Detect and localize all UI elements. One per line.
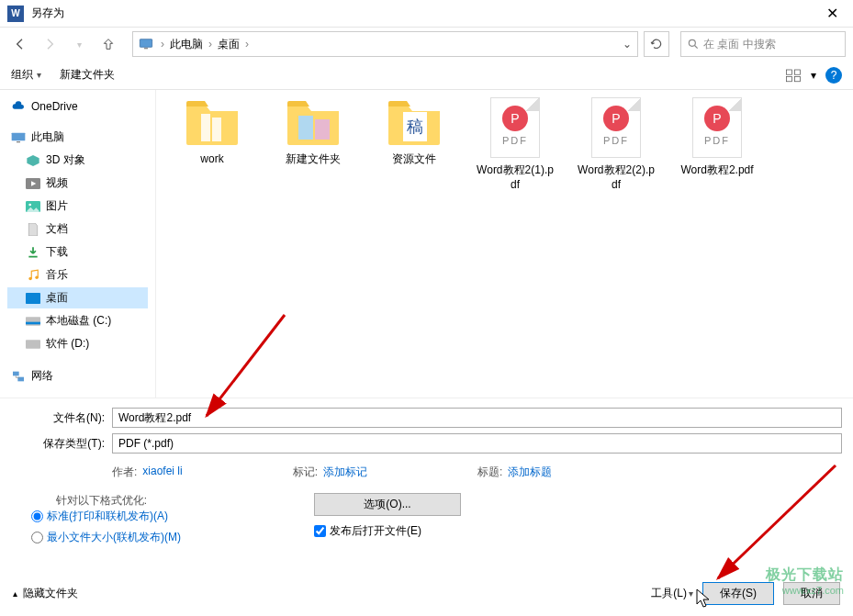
tree-label: 桌面 bbox=[46, 290, 68, 306]
tree-label: 软件 (D:) bbox=[46, 336, 89, 352]
disk-icon bbox=[26, 315, 40, 328]
filetype-label: 保存类型(T): bbox=[11, 436, 112, 452]
pdf-file-item[interactable]: PPDF Word教程2(1).pdf bbox=[474, 97, 556, 192]
breadcrumb-sep: › bbox=[159, 38, 166, 50]
pdf-icon: PPDF bbox=[490, 97, 540, 158]
open-after-label: 发布后打开文件(E) bbox=[330, 523, 421, 539]
pictures-icon bbox=[26, 200, 40, 213]
nav-bar: ▾ › 此电脑 › 桌面 › ⌄ 在 桌面 中搜索 bbox=[0, 28, 853, 61]
address-bar[interactable]: › 此电脑 › 桌面 › ⌄ bbox=[132, 31, 638, 57]
close-button[interactable]: ✕ bbox=[819, 5, 846, 22]
toolbar: 组织▾ 新建文件夹 ▾ ? bbox=[0, 61, 853, 90]
filename-label: 文件名(N): bbox=[11, 410, 112, 426]
search-box[interactable]: 在 桌面 中搜索 bbox=[680, 31, 846, 57]
svg-rect-17 bbox=[26, 340, 40, 348]
breadcrumb-folder[interactable]: 桌面 bbox=[214, 37, 243, 52]
cancel-button[interactable]: 取消 bbox=[783, 582, 840, 605]
tag-label: 标记: bbox=[293, 465, 318, 480]
new-folder-label: 新建文件夹 bbox=[60, 67, 115, 83]
view-dropdown[interactable]: ▾ bbox=[811, 69, 816, 82]
address-dropdown[interactable]: ⌄ bbox=[623, 38, 632, 50]
word-icon: W bbox=[7, 6, 24, 22]
search-icon bbox=[687, 38, 700, 50]
hide-folders-toggle[interactable]: ▴ 隐藏文件夹 bbox=[13, 586, 78, 601]
desktop-item[interactable]: 桌面 bbox=[7, 287, 148, 308]
title-meta-value[interactable]: 添加标题 bbox=[508, 465, 552, 480]
back-button[interactable] bbox=[7, 31, 33, 57]
folder-icon: 稿 bbox=[387, 97, 442, 147]
network-item[interactable]: 网络 bbox=[7, 365, 148, 386]
pdf-file-item[interactable]: PPDF Word教程2(2).pdf bbox=[575, 97, 657, 192]
onedrive-item[interactable]: OneDrive bbox=[7, 97, 148, 116]
tree-label: 图片 bbox=[46, 198, 68, 214]
svg-rect-22 bbox=[298, 116, 313, 140]
svg-rect-21 bbox=[212, 118, 221, 141]
recent-dropdown[interactable]: ▾ bbox=[66, 31, 92, 57]
svg-rect-23 bbox=[315, 119, 330, 140]
svg-text:稿: 稿 bbox=[407, 118, 423, 136]
tree-label: 文档 bbox=[46, 221, 68, 237]
3d-objects-item[interactable]: 3D 对象 bbox=[7, 150, 148, 171]
folder-item[interactable]: 新建文件夹 bbox=[272, 97, 354, 192]
music-item[interactable]: 音乐 bbox=[7, 264, 148, 286]
svg-rect-16 bbox=[26, 321, 40, 324]
documents-icon bbox=[26, 223, 40, 236]
localdisk-d-item[interactable]: 软件 (D:) bbox=[7, 333, 148, 354]
tag-value[interactable]: 添加标记 bbox=[323, 465, 367, 480]
main-area: OneDrive 此电脑 3D 对象 视频 图片 文档 下载 音乐 bbox=[0, 90, 853, 398]
desktop-icon bbox=[26, 292, 40, 305]
downloads-icon bbox=[26, 246, 40, 259]
downloads-item[interactable]: 下载 bbox=[7, 241, 148, 263]
file-name: Word教程2(1).pdf bbox=[474, 163, 556, 192]
svg-point-12 bbox=[28, 276, 31, 280]
localdisk-c-item[interactable]: 本地磁盘 (C:) bbox=[7, 310, 148, 331]
filetype-select[interactable] bbox=[112, 433, 842, 454]
pictures-item[interactable]: 图片 bbox=[7, 196, 148, 217]
author-value[interactable]: xiaofei li bbox=[142, 465, 182, 480]
thispc-item[interactable]: 此电脑 bbox=[7, 127, 148, 148]
svg-rect-6 bbox=[795, 76, 801, 81]
breadcrumb-root[interactable]: 此电脑 bbox=[166, 37, 207, 52]
optimize-label: 针对以下格式优化: bbox=[29, 493, 147, 509]
documents-item[interactable]: 文档 bbox=[7, 218, 148, 240]
new-folder-button[interactable]: 新建文件夹 bbox=[60, 67, 115, 83]
tree-label: 音乐 bbox=[46, 267, 68, 283]
svg-rect-1 bbox=[144, 48, 148, 49]
music-icon bbox=[26, 269, 40, 282]
svg-rect-8 bbox=[17, 141, 20, 142]
opt-standard-label: 标准(打印和联机发布)(A) bbox=[47, 510, 168, 522]
file-name: 资源文件 bbox=[392, 152, 436, 167]
help-button[interactable]: ? bbox=[825, 67, 842, 84]
forward-button[interactable] bbox=[37, 31, 62, 57]
file-grid[interactable]: work 新建文件夹 稿 资源文件 PPDF Word教程2(1 bbox=[156, 90, 853, 398]
disk-icon bbox=[26, 338, 40, 351]
tools-label: 工具(L) bbox=[651, 587, 687, 599]
opt-min-label: 最小文件大小(联机发布)(M) bbox=[47, 531, 181, 543]
pdf-file-item[interactable]: PPDF Word教程2.pdf bbox=[676, 97, 758, 192]
organize-menu[interactable]: 组织▾ bbox=[11, 67, 41, 83]
refresh-button[interactable] bbox=[644, 31, 669, 57]
nav-tree: OneDrive 此电脑 3D 对象 视频 图片 文档 下载 音乐 bbox=[0, 90, 156, 398]
up-button[interactable] bbox=[95, 31, 121, 57]
open-after-checkbox[interactable]: 发布后打开文件(E) bbox=[314, 523, 421, 539]
folder-item[interactable]: work bbox=[171, 97, 253, 192]
options-button[interactable]: 选项(O)... bbox=[314, 493, 461, 516]
tools-menu[interactable]: 工具(L)▾ bbox=[651, 586, 693, 601]
svg-point-13 bbox=[35, 275, 39, 279]
opt-min-radio[interactable]: 最小文件大小(联机发布)(M) bbox=[31, 530, 181, 545]
save-button[interactable]: 保存(S) bbox=[702, 582, 774, 605]
view-mode-button[interactable] bbox=[785, 67, 802, 84]
tree-label: 3D 对象 bbox=[46, 152, 85, 168]
filename-input[interactable] bbox=[112, 408, 842, 428]
svg-rect-4 bbox=[795, 70, 801, 74]
opt-standard-radio[interactable]: 标准(打印和联机发布)(A) bbox=[31, 509, 181, 524]
videos-item[interactable]: 视频 bbox=[7, 173, 148, 194]
svg-point-11 bbox=[28, 203, 31, 206]
title-meta-label: 标题: bbox=[477, 465, 502, 480]
breadcrumb-sep: › bbox=[207, 38, 214, 50]
tree-label: OneDrive bbox=[31, 100, 78, 113]
pdf-icon: PPDF bbox=[591, 97, 641, 158]
footer: ▴ 隐藏文件夹 工具(L)▾ 保存(S) 取消 bbox=[0, 582, 853, 605]
folder-item[interactable]: 稿 资源文件 bbox=[373, 97, 455, 192]
chevron-down-icon: ▾ bbox=[689, 588, 693, 599]
